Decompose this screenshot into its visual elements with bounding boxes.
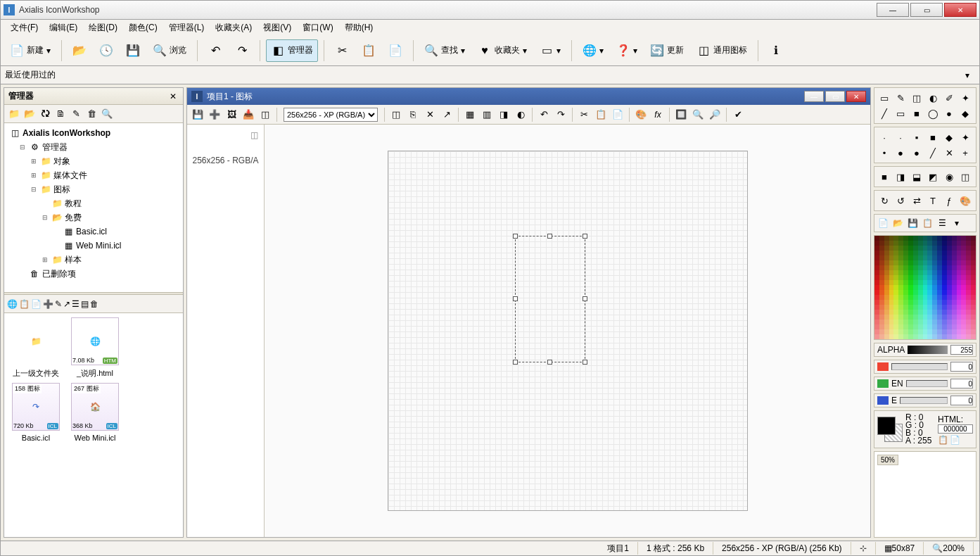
dt-bg[interactable]: ◨: [496, 107, 511, 122]
swatch[interactable]: [918, 270, 923, 275]
dt-zones[interactable]: ▥: [479, 107, 495, 122]
swatch[interactable]: [932, 246, 937, 251]
swatch[interactable]: [937, 310, 942, 315]
swatch[interactable]: [889, 329, 894, 334]
swatch[interactable]: [913, 275, 918, 280]
collapse-icon[interactable]: ⊟: [41, 214, 49, 221]
swatch[interactable]: [966, 329, 971, 334]
swatch[interactable]: [927, 251, 932, 255]
swatch[interactable]: [893, 305, 898, 310]
swatch[interactable]: [898, 310, 903, 315]
tree-tutorial[interactable]: 📁教程: [7, 196, 180, 210]
swatch[interactable]: [966, 324, 971, 329]
swatch[interactable]: [884, 300, 889, 305]
swatch[interactable]: [874, 295, 879, 300]
tool-ellipse[interactable]: ◯: [926, 106, 940, 120]
swatch[interactable]: [957, 246, 962, 251]
swatch[interactable]: [918, 246, 923, 251]
swatch[interactable]: [889, 305, 894, 310]
swatch[interactable]: [908, 255, 913, 260]
swatch[interactable]: [966, 265, 971, 270]
swatch[interactable]: [937, 324, 942, 329]
swatch[interactable]: [937, 329, 942, 334]
swatch[interactable]: [932, 305, 937, 310]
grad-solid[interactable]: ■: [877, 170, 891, 184]
tool-filled-ellipse[interactable]: ●: [942, 106, 956, 120]
menu-color[interactable]: 颜色(C): [123, 20, 163, 35]
swatch[interactable]: [903, 280, 908, 285]
fb-delete-button[interactable]: 🗑: [90, 299, 98, 309]
swatch[interactable]: [927, 285, 932, 290]
swatch[interactable]: [879, 320, 884, 324]
swatch[interactable]: [957, 329, 962, 334]
swatch[interactable]: [961, 305, 966, 310]
new-button[interactable]: 📄新建▾: [5, 39, 56, 62]
swatch[interactable]: [874, 270, 879, 275]
swatch[interactable]: [952, 275, 957, 280]
swatch[interactable]: [937, 246, 942, 251]
swatch[interactable]: [874, 241, 879, 246]
copy-button[interactable]: 📋: [357, 39, 381, 62]
swatch[interactable]: [913, 236, 918, 241]
swatch[interactable]: [908, 246, 913, 251]
swatch[interactable]: [889, 320, 894, 324]
favorites-button[interactable]: ♥收藏夹▾: [473, 39, 532, 62]
swatch[interactable]: [908, 334, 913, 339]
menu-help[interactable]: 帮助(H): [339, 20, 379, 35]
swatch[interactable]: [893, 246, 898, 251]
swatch[interactable]: [898, 270, 903, 275]
swatch-save[interactable]: 💾: [906, 217, 919, 229]
fb-list-button[interactable]: ☰: [72, 299, 79, 309]
swatch[interactable]: [932, 241, 937, 246]
maximize-button[interactable]: ▭: [910, 3, 943, 17]
up-folder-button[interactable]: 📁: [7, 107, 21, 121]
swatch[interactable]: [942, 334, 947, 339]
dt-zoom-fit[interactable]: 🔲: [673, 107, 689, 122]
swatch[interactable]: [884, 246, 889, 251]
dt-undo[interactable]: ↶: [536, 107, 552, 122]
swatch[interactable]: [971, 280, 976, 285]
swatch[interactable]: [898, 275, 903, 280]
swatch[interactable]: [966, 334, 971, 339]
swatch[interactable]: [961, 265, 966, 270]
dt-new-format[interactable]: ◫: [388, 107, 404, 122]
redo-button[interactable]: ↷: [230, 39, 254, 62]
swatch[interactable]: [884, 310, 889, 315]
swatch[interactable]: [961, 236, 966, 241]
browse-button[interactable]: 🔍浏览: [148, 39, 191, 62]
swatch[interactable]: [874, 329, 879, 334]
swatch[interactable]: [961, 260, 966, 265]
tree-icons[interactable]: ⊟📁图标: [7, 182, 180, 196]
swatch[interactable]: [942, 324, 947, 329]
swatch[interactable]: [952, 265, 957, 270]
swatch[interactable]: [932, 334, 937, 339]
swatch[interactable]: [874, 334, 879, 339]
tree-manager[interactable]: ⊟⚙管理器: [7, 140, 180, 154]
swatch[interactable]: [932, 251, 937, 255]
menu-view[interactable]: 视图(V): [257, 20, 297, 35]
swatch[interactable]: [932, 290, 937, 295]
swatch[interactable]: [947, 329, 952, 334]
color-current[interactable]: [877, 417, 903, 442]
swatch[interactable]: [908, 305, 913, 310]
swatch[interactable]: [903, 300, 908, 305]
tree-deleted[interactable]: 🗑已删除项: [7, 267, 180, 281]
dt-redo[interactable]: ↷: [553, 107, 568, 122]
swatch[interactable]: [957, 285, 962, 290]
swatch[interactable]: [923, 295, 928, 300]
swatch[interactable]: [923, 329, 928, 334]
swatch[interactable]: [961, 324, 966, 329]
swatch[interactable]: [908, 241, 913, 246]
file-item-up[interactable]: 📁 上一级文件夹: [8, 317, 63, 379]
save-button[interactable]: 💾: [121, 39, 145, 62]
swatch[interactable]: [903, 305, 908, 310]
swatch[interactable]: [927, 290, 932, 295]
swatch[interactable]: [918, 305, 923, 310]
expand-icon[interactable]: ⊞: [30, 158, 38, 165]
colorize-tool[interactable]: 🎨: [958, 194, 972, 208]
swatch[interactable]: [937, 300, 942, 305]
swatch[interactable]: [966, 300, 971, 305]
swatch[interactable]: [927, 295, 932, 300]
swatch[interactable]: [932, 315, 937, 320]
dt-export-format[interactable]: ↗: [439, 107, 454, 122]
